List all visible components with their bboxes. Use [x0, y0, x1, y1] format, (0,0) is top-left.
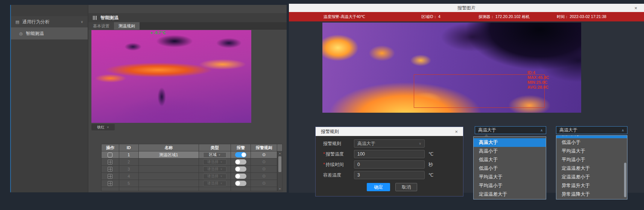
alarm-rule-dialog: 报警规则 × 报警规则 高温大于 ∨ 报警温度 100 ℃ 持续时间 0 秒 容…	[315, 127, 463, 196]
dropdown-notch	[485, 134, 488, 136]
chevron-down-icon[interactable]: ∨	[80, 20, 83, 24]
dropdown-scrollbar-thumb[interactable]	[624, 163, 626, 197]
scroll-down-icon[interactable]: ▼	[278, 188, 282, 190]
row-id: 1	[119, 151, 139, 158]
type-select[interactable]: 区域∨	[203, 152, 226, 158]
option-low-temp-less[interactable]: 低温小于	[474, 164, 546, 173]
duration-input[interactable]: 0	[354, 160, 425, 169]
duration-unit: 秒	[428, 162, 433, 168]
banner-time: 时间： 2022-03-02 17:21:38	[557, 14, 606, 20]
rule-select[interactable]: 高温大于 ∨	[354, 139, 425, 148]
modal-title: 报警图片	[457, 5, 475, 11]
alarm-temp-unit: ℃	[428, 151, 433, 157]
row-name	[139, 180, 199, 187]
type-select-disabled: 请选择∨	[203, 159, 226, 165]
sidebar-group-behavior-analysis[interactable]: ▤ 通用行为分析 ∨	[11, 16, 88, 27]
option-fixed-diff-less[interactable]: 定温温差小于	[474, 199, 546, 199]
table-row[interactable]: 1 测温区域1 区域∨ ⚙	[102, 151, 282, 159]
chevron-down-icon: ∨	[107, 125, 109, 129]
rules-table: 操作 ID 名称 类型 报警 报警规则 1 测温区域1 区域∨ ⚙ 2	[101, 144, 283, 191]
option-high-temp-less[interactable]: 高温小于	[474, 147, 546, 156]
scroll-up-icon[interactable]: ▲	[278, 152, 282, 154]
alarm-banner: 温度报警-高温大于40℃ 区域ID： 4 探测器： 172.20.20.102 …	[289, 12, 644, 21]
region-max-text: MAX:45.8C	[527, 75, 549, 80]
dropdown-value: 高温大于	[559, 127, 577, 133]
rule-field-label: 报警规则	[323, 141, 354, 147]
rule-select-value: 高温大于	[357, 141, 375, 147]
chevron-down-icon: ∨	[220, 182, 222, 185]
alarm-thermal-image: ID:4 MAX:45.8C MIN:25.0C AVG:28.0C	[322, 23, 581, 113]
scrollbar-thumb[interactable]	[278, 156, 281, 172]
thermal-preview-image[interactable]: ⌖ -9.7℃	[91, 30, 251, 123]
tab-thermometry-rules[interactable]: 测温规则	[114, 22, 140, 30]
option-fixed-diff-greater[interactable]: 定温温差大于	[474, 190, 546, 199]
option-fixed-diff-less[interactable]: 定温温差小于	[556, 173, 627, 181]
tab-basic-settings[interactable]: 基本设置	[88, 22, 114, 30]
table-row[interactable]: 2 请选择∨ ⚙	[102, 159, 282, 166]
sidebar-item-smart-thermometry[interactable]: ◎ 智能测温	[11, 27, 88, 39]
drag-handle-icon	[93, 16, 97, 20]
delete-region-icon[interactable]	[108, 153, 112, 157]
table-row[interactable]: 5 请选择∨ ⚙	[102, 180, 282, 187]
type-value: 区域	[209, 152, 217, 157]
temperature-value: -9.7℃	[154, 30, 166, 35]
gear-icon: ⚙	[262, 166, 266, 172]
thermometry-icon: ◎	[19, 31, 23, 36]
alarm-toggle-off	[235, 166, 246, 172]
option-avg-temp-less[interactable]: 平均温小于	[474, 181, 546, 190]
alarm-region-stats: ID:4 MAX:45.8C MIN:25.0C AVG:28.0C	[527, 70, 549, 90]
option-clipped[interactable]: 低温大于	[556, 135, 627, 138]
alarm-temp-input[interactable]: 100	[354, 150, 425, 158]
palette-select[interactable]: 铁红 ∨	[91, 124, 115, 130]
add-region-icon[interactable]	[108, 174, 112, 179]
gear-icon[interactable]: ⚙	[262, 152, 266, 157]
option-avg-temp-less[interactable]: 平均温小于	[556, 156, 627, 164]
confirm-button[interactable]: 确定	[367, 183, 390, 191]
type-placeholder: 请选择	[207, 174, 219, 179]
table-row[interactable]: 3 请选择∨ ⚙	[102, 166, 282, 173]
rule-dropdown-right[interactable]: 高温大于 ∧	[556, 126, 627, 134]
sidebar: ▤ 通用行为分析 ∨ ◎ 智能测温	[11, 5, 88, 192]
col-alarm-rule: 报警规则	[251, 144, 277, 151]
table-scrollbar[interactable]: ▲ ▼	[277, 151, 282, 191]
add-region-icon[interactable]	[108, 181, 112, 186]
main-content: 智能测温 基本设置 测温规则 ⌖ -9.7℃ 铁红 ∨ 操作 ID 名称 类型 …	[88, 5, 287, 192]
dialog-body: 报警规则 高温大于 ∨ 报警温度 100 ℃ 持续时间 0 秒 容差温度 3 ℃…	[316, 136, 463, 191]
close-icon[interactable]: ×	[455, 129, 458, 134]
option-avg-temp-greater[interactable]: 平均温大于	[556, 147, 627, 156]
option-abnormal-rise-greater[interactable]: 异常温升大于	[556, 181, 627, 190]
dropdown-value: 高温大于	[478, 127, 496, 133]
region-id-text: ID:4	[527, 70, 549, 75]
rule-dropdown-left-list: 高温大于 高温小于 低温大于 低温小于 平均温大于 平均温小于 定温温差大于 定…	[473, 136, 546, 199]
tolerance-input[interactable]: 3	[354, 171, 425, 179]
add-region-icon[interactable]	[108, 167, 112, 172]
rule-dropdown-left[interactable]: 高温大于 ∧	[475, 126, 546, 134]
option-abnormal-drop-greater[interactable]: 异常温降大于	[556, 190, 627, 199]
option-low-temp-less[interactable]: 低温小于	[556, 138, 627, 147]
row-id: 4	[119, 173, 139, 180]
modal-titlebar: 报警图片	[289, 4, 644, 12]
type-placeholder: 请选择	[207, 181, 219, 186]
alarm-toggle-off	[235, 181, 246, 186]
option-high-temp-greater[interactable]: 高温大于	[474, 138, 546, 147]
alarm-toggle-on[interactable]	[235, 152, 246, 157]
type-placeholder: 请选择	[207, 159, 219, 165]
col-operation: 操作	[102, 144, 119, 151]
cancel-button[interactable]: 取消	[395, 183, 417, 191]
gear-icon: ⚙	[262, 159, 266, 165]
option-low-temp-greater[interactable]: 低温大于	[474, 156, 546, 164]
gear-icon: ⚙	[262, 181, 266, 186]
option-fixed-diff-greater[interactable]: 定温温差大于	[556, 164, 627, 173]
table-row[interactable]: 4 请选择∨ ⚙	[102, 173, 282, 180]
tab-bar: 基本设置 测温规则	[88, 22, 287, 30]
thermal-config-window: ▤ 通用行为分析 ∨ ◎ 智能测温 智能测温 基本设置 测温规则 ⌖ -9.7℃…	[10, 5, 287, 192]
gear-icon: ⚙	[262, 174, 266, 179]
row-name[interactable]: 测温区域1	[139, 151, 199, 158]
grid-icon: ▤	[15, 20, 19, 24]
close-icon[interactable]: ×	[634, 4, 637, 12]
dialog-titlebar: 报警规则 ×	[316, 127, 463, 136]
col-id: ID	[119, 144, 139, 151]
option-avg-temp-greater[interactable]: 平均温大于	[474, 173, 546, 181]
add-region-icon[interactable]	[108, 160, 112, 165]
chevron-down-icon: ∨	[220, 175, 222, 178]
